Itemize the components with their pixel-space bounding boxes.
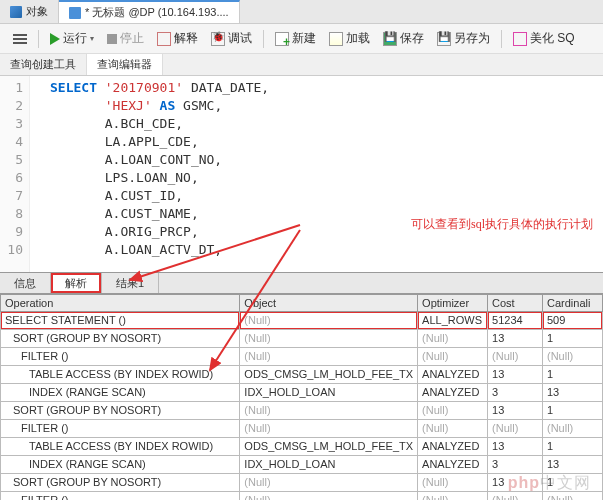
run-button[interactable]: 运行▾ (45, 28, 99, 49)
stop-button[interactable]: 停止 (102, 28, 149, 49)
tab-builder[interactable]: 查询创建工具 (0, 54, 87, 75)
debug-icon (211, 32, 225, 46)
plan-row[interactable]: SORT (GROUP BY NOSORT)(Null)(Null)131 (1, 330, 603, 348)
new-icon (275, 32, 289, 46)
beautify-label: 美化 SQ (530, 30, 575, 47)
plan-header-row: Operation Object Optimizer Cost Cardinal… (1, 295, 603, 312)
line-gutter: 12345678910 (0, 76, 30, 272)
plan-row[interactable]: INDEX (RANGE SCAN)IDX_HOLD_LOANANALYZED3… (1, 456, 603, 474)
annotation-text: 可以查看到sql执行具体的执行计划 (411, 216, 593, 233)
save-button[interactable]: 保存 (378, 28, 429, 49)
explain-icon (157, 32, 171, 46)
play-icon (50, 33, 60, 45)
header-optimizer[interactable]: Optimizer (418, 295, 488, 312)
save-icon (383, 32, 397, 46)
toolbar: 运行▾ 停止 解释 调试 新建 加载 保存 另存为 美化 SQ (0, 24, 603, 54)
plan-row[interactable]: TABLE ACCESS (BY INDEX ROWID)ODS_CMSG_LM… (1, 438, 603, 456)
separator (263, 30, 264, 48)
save-label: 保存 (400, 30, 424, 47)
explain-label: 解释 (174, 30, 198, 47)
header-operation[interactable]: Operation (1, 295, 240, 312)
tab-info[interactable]: 信息 (0, 273, 51, 293)
debug-button[interactable]: 调试 (206, 28, 257, 49)
header-cost[interactable]: Cost (488, 295, 543, 312)
separator (38, 30, 39, 48)
objects-icon (10, 6, 22, 18)
menu-icon (13, 34, 27, 44)
tab-objects[interactable]: 对象 (0, 0, 59, 23)
sql-icon (69, 7, 81, 19)
run-label: 运行 (63, 30, 87, 47)
code-area[interactable]: SELECT '20170901' DATA_DATE, 'HEXJ' AS G… (30, 76, 269, 272)
plan-row[interactable]: TABLE ACCESS (BY INDEX ROWID)ODS_CMSG_LM… (1, 366, 603, 384)
explain-button[interactable]: 解释 (152, 28, 203, 49)
explain-plan-table: Operation Object Optimizer Cost Cardinal… (0, 294, 603, 500)
saveas-icon (437, 32, 451, 46)
saveas-button[interactable]: 另存为 (432, 28, 495, 49)
debug-label: 调试 (228, 30, 252, 47)
beautify-button[interactable]: 美化 SQ (508, 28, 580, 49)
tab-untitled-label: * 无标题 @DP (10.164.193.... (85, 5, 229, 20)
header-object[interactable]: Object (240, 295, 418, 312)
plan-row[interactable]: SORT (GROUP BY NOSORT)(Null)(Null)131 (1, 474, 603, 492)
plan-row[interactable]: INDEX (RANGE SCAN)IDX_HOLD_LOANANALYZED3… (1, 384, 603, 402)
plan-row[interactable]: FILTER ()(Null)(Null)(Null)(Null) (1, 348, 603, 366)
tab-result1[interactable]: 结果1 (102, 273, 159, 293)
tab-explain[interactable]: 解析 (51, 273, 102, 293)
window-tabs: 对象 * 无标题 @DP (10.164.193.... (0, 0, 603, 24)
result-tabs: 信息 解析 结果1 (0, 272, 603, 294)
plan-row[interactable]: FILTER ()(Null)(Null)(Null)(Null) (1, 420, 603, 438)
menu-button[interactable] (8, 32, 32, 46)
new-button[interactable]: 新建 (270, 28, 321, 49)
sql-editor[interactable]: 12345678910 SELECT '20170901' DATA_DATE,… (0, 76, 603, 272)
plan-row[interactable]: SORT (GROUP BY NOSORT)(Null)(Null)131 (1, 402, 603, 420)
plan-row[interactable]: SELECT STATEMENT ()(Null)ALL_ROWS5123450… (1, 312, 603, 330)
saveas-label: 另存为 (454, 30, 490, 47)
load-button[interactable]: 加载 (324, 28, 375, 49)
tab-editor[interactable]: 查询编辑器 (87, 54, 163, 75)
tab-objects-label: 对象 (26, 4, 48, 19)
beautify-icon (513, 32, 527, 46)
load-icon (329, 32, 343, 46)
editor-tabs: 查询创建工具 查询编辑器 (0, 54, 603, 76)
header-cardinality[interactable]: Cardinali (543, 295, 603, 312)
separator (501, 30, 502, 48)
stop-label: 停止 (120, 30, 144, 47)
tab-untitled[interactable]: * 无标题 @DP (10.164.193.... (59, 0, 240, 23)
new-label: 新建 (292, 30, 316, 47)
plan-row[interactable]: FILTER ()(Null)(Null)(Null)(Null) (1, 492, 603, 501)
load-label: 加载 (346, 30, 370, 47)
stop-icon (107, 34, 117, 44)
